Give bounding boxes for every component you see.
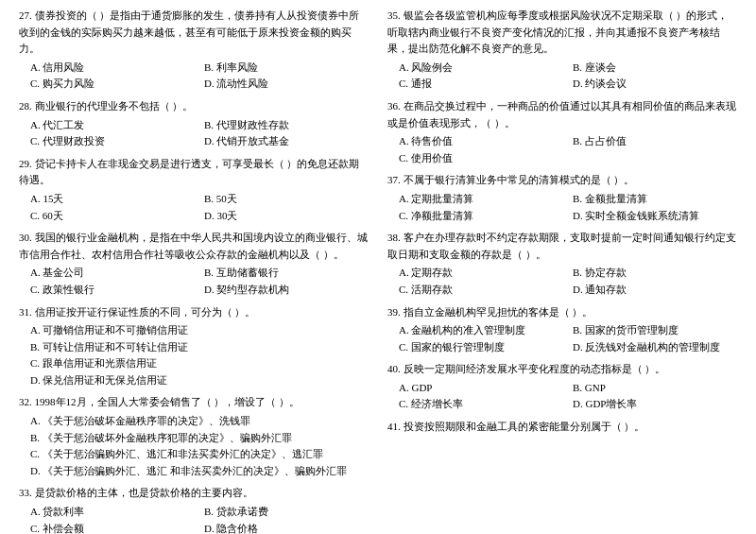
q27-text: 27. 债券投资的（ ）是指由于通货膨胀的发生，债券持有人从投资债券中所收到的金… — [19, 8, 369, 58]
q41-text: 41. 投资按照期限和金融工具的紧密能量分别属于（ ）。 — [387, 419, 737, 436]
question-30: 30. 我国的银行业金融机构，是指在中华人民共和国境内设立的商业银行、城市信用合… — [19, 230, 369, 298]
q39-text: 39. 指自立金融机构罕见担忧的客体是（ ）。 — [387, 304, 737, 321]
q27-opt-c: C. 购买力风险 — [30, 76, 195, 93]
q38-opt-d: D. 通知存款 — [573, 282, 737, 299]
q33-opt-d: D. 隐含价格 — [204, 521, 369, 534]
q31-options: A. 可撤销信用证和不可撤销信用证 B. 可转让信用证和不可转让信用证 C. 跟… — [19, 322, 369, 388]
q29-opt-a: A. 15天 — [30, 191, 195, 208]
q40-opt-d: D. GDP增长率 — [573, 396, 737, 413]
q32-options: A. 《关于惩治破坏金融秩序罪的决定》、洗钱罪 B. 《关于惩治破坏外金融秩序犯… — [19, 413, 369, 479]
q40-opt-c: C. 经济增长率 — [399, 396, 563, 413]
question-36: 36. 在商品交换过程中，一种商品的价值通过以其具有相同价值的商品来表现或是价值… — [387, 98, 737, 166]
question-33: 33. 是贷款价格的主体，也是贷款价格的主要内容。 A. 贷款利率 B. 贷款承… — [19, 485, 369, 534]
q39-options: A. 金融机构的准入管理制度 B. 国家的货币管理制度 C. 国家的银行管理制度… — [387, 322, 737, 355]
q29-opt-b: B. 50天 — [204, 191, 369, 208]
q27-opt-a: A. 信用风险 — [30, 60, 195, 77]
q28-opt-c: C. 代理财政投资 — [30, 133, 195, 150]
q32-opt-a: A. 《关于惩治破坏金融秩序罪的决定》、洗钱罪 — [30, 413, 369, 430]
q32-opt-d: D. 《关于惩治骗购外汇、逃汇 和非法买卖外汇的决定》、骗购外汇罪 — [30, 463, 369, 480]
q31-opt-c: C. 跟单信用证和光票信用证 — [30, 355, 369, 372]
question-38: 38. 客户在办理存款时不约定存款期限，支取时提前一定时间通知银行约定支取日期和… — [387, 230, 737, 298]
q30-text: 30. 我国的银行业金融机构，是指在中华人民共和国境内设立的商业银行、城市信用合… — [19, 230, 369, 263]
q35-opt-a: A. 风险例会 — [399, 60, 563, 77]
q38-text: 38. 客户在办理存款时不约定存款期限，支取时提前一定时间通知银行约定支取日期和… — [387, 230, 737, 263]
q32-opt-c: C. 《关于惩治骗购外汇、逃汇和非法买卖外汇的决定》、逃汇罪 — [30, 446, 369, 463]
q35-opt-c: C. 通报 — [399, 76, 563, 93]
q38-opt-a: A. 定期存款 — [399, 265, 563, 282]
q40-text: 40. 反映一定期间经济发展水平变化程度的动态指标是（ ）。 — [387, 361, 737, 378]
q28-options: A. 代汇工发 B. 代理财政性存款 C. 代理财政投资 D. 代销开放式基金 — [19, 117, 369, 150]
question-35: 35. 银监会各级监管机构应每季度或根据风险状况不定期采取（ ）的形式，听取辖内… — [387, 8, 737, 93]
q39-opt-b: B. 国家的货币管理制度 — [573, 322, 737, 339]
q36-text: 36. 在商品交换过程中，一种商品的价值通过以其具有相同价值的商品来表现或是价值… — [387, 98, 737, 131]
q35-opt-d: D. 约谈会议 — [573, 76, 737, 93]
q30-options: A. 基金公司 B. 互助储蓄银行 C. 政策性银行 D. 契约型存款机构 — [19, 265, 369, 298]
q35-options: A. 风险例会 B. 座谈会 C. 通报 D. 约谈会议 — [387, 60, 737, 93]
q27-opt-b: B. 利率风险 — [204, 60, 369, 77]
q29-opt-c: C. 60天 — [30, 208, 195, 225]
q28-opt-b: B. 代理财政性存款 — [204, 117, 369, 134]
q33-opt-c: C. 补偿会额 — [30, 521, 195, 534]
right-column: 35. 银监会各级监管机构应每季度或根据风险状况不定期采取（ ）的形式，听取辖内… — [387, 8, 737, 534]
q37-opt-c: C. 净额批量清算 — [399, 208, 563, 225]
question-41: 41. 投资按照期限和金融工具的紧密能量分别属于（ ）。 — [387, 419, 737, 438]
q31-opt-b: B. 可转让信用证和不可转让信用证 — [30, 339, 369, 356]
q39-opt-d: D. 反洗钱对金融机构的管理制度 — [573, 339, 737, 356]
q31-text: 31. 信用证按开证行保证性质的不同，可分为（ ）。 — [19, 304, 369, 321]
q36-opt-b: B. 占占价值 — [573, 133, 737, 150]
q40-options: A. GDP B. GNP C. 经济增长率 D. GDP增长率 — [387, 380, 737, 413]
question-39: 39. 指自立金融机构罕见担忧的客体是（ ）。 A. 金融机构的准入管理制度 B… — [387, 304, 737, 356]
question-31: 31. 信用证按开证行保证性质的不同，可分为（ ）。 A. 可撤销信用证和不可撤… — [19, 304, 369, 389]
question-32: 32. 1998年12月，全国人大常委会销售了（ ），增设了（ ）。 A. 《关… — [19, 394, 369, 479]
question-40: 40. 反映一定期间经济发展水平变化程度的动态指标是（ ）。 A. GDP B.… — [387, 361, 737, 413]
q30-opt-b: B. 互助储蓄银行 — [204, 265, 369, 282]
q37-options: A. 定期批量清算 B. 金额批量清算 C. 净额批量清算 D. 实时全额金钱账… — [387, 191, 737, 224]
question-37: 37. 不属于银行清算业务中常见的清算模式的是（ ）。 A. 定期批量清算 B.… — [387, 172, 737, 224]
q40-opt-a: A. GDP — [399, 380, 563, 397]
left-column: 27. 债券投资的（ ）是指由于通货膨胀的发生，债券持有人从投资债券中所收到的金… — [19, 8, 369, 534]
question-28: 28. 商业银行的代理业务不包括（ ）。 A. 代汇工发 B. 代理财政性存款 … — [19, 98, 369, 150]
q33-text: 33. 是贷款价格的主体，也是贷款价格的主要内容。 — [19, 485, 369, 502]
q30-opt-d: D. 契约型存款机构 — [204, 282, 369, 299]
q39-opt-c: C. 国家的银行管理制度 — [399, 339, 563, 356]
q31-opt-a: A. 可撤销信用证和不可撤销信用证 — [30, 322, 369, 339]
q33-opt-a: A. 贷款利率 — [30, 504, 195, 521]
question-27: 27. 债券投资的（ ）是指由于通货膨胀的发生，债券持有人从投资债券中所收到的金… — [19, 8, 369, 93]
q28-opt-a: A. 代汇工发 — [30, 117, 195, 134]
q38-options: A. 定期存款 B. 协定存款 C. 活期存款 D. 通知存款 — [387, 265, 737, 298]
q37-opt-b: B. 金额批量清算 — [573, 191, 737, 208]
question-29: 29. 贷记卡持卡人在非现金交易是进行透支，可享受最长（ ）的免息还款期待遇。 … — [19, 156, 369, 224]
q29-opt-d: D. 30天 — [204, 208, 369, 225]
q33-opt-b: B. 贷款承诺费 — [204, 504, 369, 521]
q32-text: 32. 1998年12月，全国人大常委会销售了（ ），增设了（ ）。 — [19, 394, 369, 411]
q30-opt-a: A. 基金公司 — [30, 265, 195, 282]
q27-opt-d: D. 流动性风险 — [204, 76, 369, 93]
q38-opt-b: B. 协定存款 — [573, 265, 737, 282]
q31-opt-d: D. 保兑信用证和无保兑信用证 — [30, 372, 369, 389]
q28-text: 28. 商业银行的代理业务不包括（ ）。 — [19, 98, 369, 115]
q29-text: 29. 贷记卡持卡人在非现金交易是进行透支，可享受最长（ ）的免息还款期待遇。 — [19, 156, 369, 189]
content-layout: 27. 债券投资的（ ）是指由于通货膨胀的发生，债券持有人从投资债券中所收到的金… — [19, 8, 737, 534]
q36-opt-a: A. 待售价值 — [399, 133, 563, 150]
q27-options: A. 信用风险 B. 利率风险 C. 购买力风险 D. 流动性风险 — [19, 60, 369, 93]
q30-opt-c: C. 政策性银行 — [30, 282, 195, 299]
q37-opt-d: D. 实时全额金钱账系统清算 — [573, 208, 737, 225]
q38-opt-c: C. 活期存款 — [399, 282, 563, 299]
q36-opt-c: C. 使用价值 — [399, 150, 563, 167]
page-container: 27. 债券投资的（ ）是指由于通货膨胀的发生，债券持有人从投资债券中所收到的金… — [19, 8, 737, 534]
q28-opt-d: D. 代销开放式基金 — [204, 133, 369, 150]
q32-opt-b: B. 《关于惩治破坏外金融秩序犯罪的决定》、骗购外汇罪 — [30, 430, 369, 447]
q36-options: A. 待售价值 B. 占占价值 C. 使用价值 — [387, 133, 737, 166]
q39-opt-a: A. 金融机构的准入管理制度 — [399, 322, 563, 339]
q35-opt-b: B. 座谈会 — [573, 60, 737, 77]
q37-opt-a: A. 定期批量清算 — [399, 191, 563, 208]
q40-opt-b: B. GNP — [573, 380, 737, 397]
q33-options: A. 贷款利率 B. 贷款承诺费 C. 补偿会额 D. 隐含价格 — [19, 504, 369, 534]
q29-options: A. 15天 B. 50天 C. 60天 D. 30天 — [19, 191, 369, 224]
q37-text: 37. 不属于银行清算业务中常见的清算模式的是（ ）。 — [387, 172, 737, 189]
q35-text: 35. 银监会各级监管机构应每季度或根据风险状况不定期采取（ ）的形式，听取辖内… — [387, 8, 737, 58]
